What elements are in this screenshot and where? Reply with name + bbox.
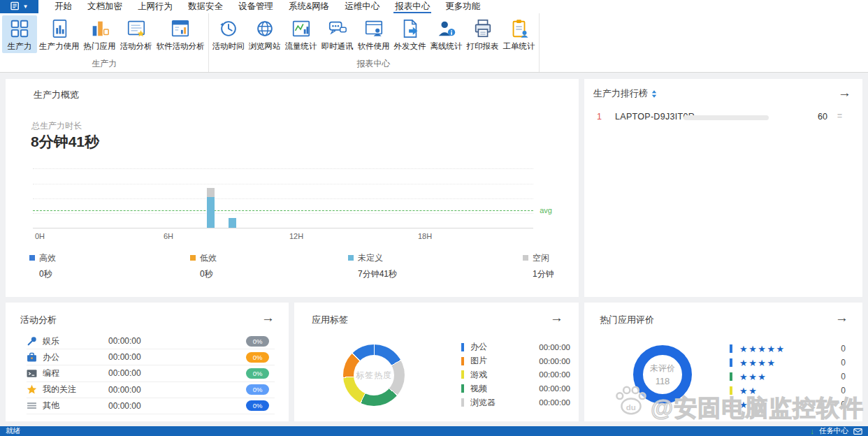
legend-item-idle: 空闲 1分钟 [523,252,554,280]
clock-history-icon [218,18,239,39]
legend-marker [730,386,732,395]
menu-item-more-features[interactable]: 更多功能 [437,0,488,13]
ribbon-button-activity-analysis[interactable]: 活动分析 [118,15,154,53]
device-name: LAPTOP-D9J3IT0R [615,112,695,122]
percent-badge: 0% [246,336,269,347]
envelope-icon[interactable] [853,428,862,435]
rating-row-5-stars: ★★★★★ 0 [730,342,846,356]
ribbon-button-software-activity-analysis[interactable]: 软件活动分析 [154,15,207,53]
sort-icon[interactable] [651,90,657,98]
rating-row-2-stars: ★★ 0 [730,384,846,398]
legend-marker [730,400,732,409]
tag-legend: 办公 00:00:00 图片 00:00:00 游戏 00:00:00 视频 0… [461,340,570,409]
download-arrow-icon: ↓ [811,428,815,435]
ribbon-button-productivity[interactable]: 生产力 [2,15,37,53]
legend-marker [730,372,732,381]
rank-number: 1 [597,112,602,122]
avg-line-label: avg [540,206,552,215]
menu-item-web-behavior[interactable]: 上网行为 [130,0,180,13]
ribbon-button-offline-stats[interactable]: 离线统计 [428,15,465,53]
panel-nav-arrow[interactable]: → [261,311,275,324]
legend-marker [348,255,354,261]
panel-nav-arrow[interactable]: → [835,311,848,324]
legend-value: 7分钟41秒 [358,268,397,280]
menu-item-start[interactable]: 开始 [47,0,80,13]
total-productivity-value: 8分钟41秒 [31,132,99,152]
window-chart-icon [170,18,191,39]
activity-row-my-focus: 我的关注 00:00:00 0% [27,382,275,398]
panel-title: 热门应用评价 [600,314,654,326]
panel-title: 活动分析 [20,314,57,326]
x-tick: 12H [289,232,303,240]
menu-item-report-center[interactable]: 报表中心 [387,0,437,13]
ribbon-button-productivity-usage[interactable]: 生产力使用 [37,15,82,53]
star-icons: ★ [739,400,841,409]
percent-badge: 0% [246,384,269,395]
person-info-icon [436,18,457,39]
task-center-button[interactable]: ↓ 任务中心 [811,426,863,436]
x-tick: 6H [164,232,173,240]
legend-marker [190,255,196,261]
rating-row-4-stars: ★★★★ 0 [730,356,846,370]
tag-legend-row: 办公 00:00:00 [461,340,570,354]
traffic-chart-icon [291,18,312,39]
bar-chart-icon [89,18,110,39]
rating-row-1-star: ★ 0 [730,398,846,412]
activity-time: 00:00:00 [108,401,141,411]
menubar: ▼ 开始 文档加密 上网行为 数据安全 设备管理 系统&网络 运维中心 报表中心… [0,0,868,13]
activity-time: 00:00:00 [108,368,141,378]
menu-item-data-security[interactable]: 数据安全 [180,0,231,13]
ribbon-button-traffic-stats[interactable]: 流量统计 [283,15,319,53]
panel-productivity-ranking: 生产力排行榜 → 1 LAPTOP-D9J3IT0R 60 = [584,79,862,297]
hour-bar [207,188,215,228]
ribbon-button-browsed-websites[interactable]: 浏览网站 [247,15,283,53]
tag-legend-row: 视频 00:00:00 [461,382,570,395]
ribbon-button-work-order-stats[interactable]: 工单统计 [501,15,537,53]
briefcase-icon [27,352,37,363]
total-productivity-label: 总生产力时长 [31,120,82,132]
ribbon-button-software-usage[interactable]: 软件使用 [356,15,392,53]
ribbon-button-activity-time[interactable]: 活动时间 [210,15,247,53]
app-menu-button[interactable]: ▼ [0,0,38,13]
activity-row-office: 办公 00:00:00 0% [27,349,275,365]
menu-item-doc-encryption[interactable]: 文档加密 [80,0,130,13]
panel-nav-arrow[interactable]: → [550,311,563,324]
legend-marker [461,357,464,365]
ribbon-button-outgoing-files[interactable]: 外发文件 [392,15,428,53]
panel-top-app-ratings: 热门应用评价 → 未评价 118 ★★★★★ 0 ★★★★ 0 [584,303,862,421]
menu-item-system-network[interactable]: 系统&网络 [281,0,337,13]
menu-items: 开始 文档加密 上网行为 数据安全 设备管理 系统&网络 运维中心 报表中心 更… [47,0,488,13]
legend-marker [461,398,464,407]
score-progress-bar [683,115,769,120]
star-icons: ★★★★★ [739,344,841,354]
microphone-icon [27,336,37,347]
legend-marker [461,343,464,351]
menu-item-device-management[interactable]: 设备管理 [231,0,281,13]
tag-legend-row: 浏览器 00:00:00 [461,395,570,409]
legend-marker [730,344,732,353]
star-icon [27,384,37,395]
x-tick: 18H [418,232,432,240]
window-icon [10,1,21,13]
legend-marker [461,384,464,393]
gridline [33,184,533,184]
ribbon-button-print-report[interactable]: 打印报表 [465,15,501,53]
star-icons: ★★ [739,386,841,395]
activity-row-other: 其他 00:00:00 0% [27,398,275,414]
score-value: 60 [805,112,827,122]
status-bar: 就绪 ↓ 任务中心 [0,426,868,436]
menu-item-ops-center[interactable]: 运维中心 [337,0,387,13]
hour-chart-plot: avg [33,168,533,228]
terminal-icon [27,368,37,379]
activity-time: 00:00:00 [108,385,141,395]
panel-nav-arrow[interactable]: → [838,86,851,99]
ribbon-button-top-apps[interactable]: 热门应用 [82,15,118,53]
ribbon-group-productivity: 生产力 生产力使用 热门应用 活动分析 软件活动分析 生产力 [1,13,209,72]
ribbon-button-instant-messaging[interactable]: 即时通讯 [319,15,356,53]
chat-icon [327,18,348,39]
percent-badge: 0% [246,368,269,379]
tag-legend-row: 游戏 00:00:00 [461,368,570,382]
panel-title: 生产力排行榜 [593,87,648,100]
ranking-row[interactable]: 1 LAPTOP-D9J3IT0R 60 = [584,110,862,126]
legend-marker [461,370,464,379]
